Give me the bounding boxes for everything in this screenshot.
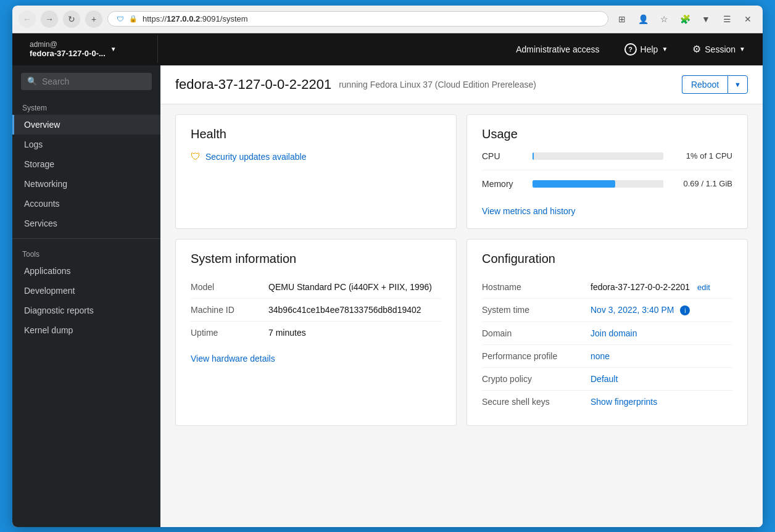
app-header: admin@ fedora-37-127-0-0-... ▼ Administr… — [12, 33, 763, 65]
help-label: Help — [640, 44, 658, 54]
hostname-row: Hostname fedora-37-127-0-0-2-2201 edit — [482, 276, 732, 299]
sidebar-item-services[interactable]: Services — [12, 214, 160, 233]
view-metrics-link[interactable]: View metrics and history — [482, 206, 575, 216]
sidebar-item-label: Storage — [24, 159, 54, 169]
cpu-usage-row: CPU 1% of 1 CPU — [482, 151, 732, 170]
sidebar-item-label: Accounts — [24, 199, 60, 209]
cpu-label: CPU — [482, 151, 525, 161]
sidebar-item-development[interactable]: Development — [12, 281, 160, 301]
hostname-label: fedora-37-127-0-0-... — [30, 49, 106, 58]
system-time-info-icon[interactable]: i — [680, 305, 690, 315]
sidebar-item-label: Kernel dump — [24, 325, 73, 335]
reboot-dropdown-button[interactable]: ▼ — [727, 75, 748, 94]
system-info-card: System information Model QEMU Standard P… — [175, 239, 457, 426]
search-input[interactable] — [42, 77, 146, 86]
extensions2-button[interactable]: 🧩 — [676, 10, 694, 28]
memory-value: 0.69 / 1.1 GiB — [671, 179, 732, 188]
sidebar-item-networking[interactable]: Networking — [12, 174, 160, 194]
cpu-bar-background — [533, 152, 663, 160]
shield-icon: 🛡 — [117, 15, 124, 23]
ssh-row: Secure shell keys Show fingerprints — [482, 391, 732, 413]
machine-id-value: 34b96c41ce1b4ee78133756db8d19402 — [268, 305, 421, 315]
admin-access-button[interactable]: Administrative access — [508, 41, 607, 58]
user-menu[interactable]: admin@ fedora-37-127-0-0-... ▼ — [22, 35, 158, 63]
session-label: Session — [705, 44, 736, 54]
sidebar-item-logs[interactable]: Logs — [12, 135, 160, 154]
crypto-row: Crypto policy Default — [482, 368, 732, 391]
menu-dropdown-button[interactable]: ▼ — [697, 10, 715, 28]
sidebar-item-label: Overview — [24, 120, 60, 130]
help-chevron-icon: ▼ — [661, 46, 668, 52]
memory-bar — [533, 180, 615, 188]
system-time-link[interactable]: Nov 3, 2022, 3:40 PM — [591, 305, 674, 315]
sidebar-item-kernel-dump[interactable]: Kernel dump — [12, 320, 160, 340]
domain-value: Join domain — [591, 328, 732, 338]
new-tab-button[interactable]: + — [85, 10, 102, 28]
hostname-value: fedora-37-127-0-0-2-2201 edit — [591, 282, 732, 292]
lock-icon: 🔒 — [129, 15, 138, 23]
admin-access-label: Administrative access — [516, 44, 599, 54]
memory-bar-background — [533, 180, 663, 188]
sidebar-item-label: Services — [24, 218, 57, 228]
memory-usage-row: Memory 0.69 / 1.1 GiB — [482, 179, 732, 197]
extensions-button[interactable]: ⊞ — [613, 10, 631, 28]
session-chevron-icon: ▼ — [739, 46, 745, 52]
back-button[interactable]: ← — [19, 10, 36, 28]
performance-row: Performance profile none — [482, 345, 732, 368]
system-time-row: System time Nov 3, 2022, 3:40 PM i — [482, 299, 732, 323]
join-domain-link[interactable]: Join domain — [591, 328, 637, 338]
hostname-edit-link[interactable]: edit — [697, 283, 710, 292]
ssh-label: Secure shell keys — [482, 397, 581, 407]
sidebar: 🔍 System Overview Logs Storage — [12, 65, 160, 527]
help-icon: ? — [624, 43, 637, 56]
profile-button[interactable]: 👤 — [634, 10, 652, 28]
sidebar-item-label: Development — [24, 286, 75, 296]
address-bar[interactable]: 🛡 🔒 https://127.0.0.2:9091/system — [107, 11, 608, 27]
system-time-label: System time — [482, 305, 581, 315]
cards-grid: Health 🛡 Security updates available Usag… — [160, 104, 763, 436]
page-title: fedora-37-127-0-0-2-2201 — [175, 77, 331, 93]
search-icon: 🔍 — [27, 77, 37, 86]
model-label: Model — [191, 282, 259, 292]
crypto-link[interactable]: Default — [591, 374, 618, 384]
hamburger-menu-button[interactable]: ☰ — [718, 10, 736, 28]
sidebar-item-storage[interactable]: Storage — [12, 154, 160, 174]
uptime-value: 7 minutes — [268, 328, 306, 338]
cpu-value: 1% of 1 CPU — [671, 151, 732, 160]
sidebar-item-overview[interactable]: Overview — [12, 115, 160, 135]
crypto-value: Default — [591, 374, 732, 384]
security-updates-link[interactable]: Security updates available — [205, 152, 306, 162]
close-button[interactable]: ✕ — [739, 10, 756, 28]
gear-icon: ⚙ — [692, 43, 701, 55]
sidebar-item-accounts[interactable]: Accounts — [12, 194, 160, 214]
user-menu-chevron: ▼ — [110, 46, 117, 52]
session-button[interactable]: ⚙ Session ▼ — [685, 39, 753, 59]
configuration-title: Configuration — [482, 252, 732, 266]
ssh-fingerprints-link[interactable]: Show fingerprints — [591, 397, 657, 407]
usage-card: Usage CPU 1% of 1 CPU Memory — [466, 114, 748, 229]
bookmark-button[interactable]: ☆ — [655, 10, 673, 28]
main-content: fedora-37-127-0-0-2-2201 running Fedora … — [160, 65, 763, 527]
model-row: Model QEMU Standard PC (i440FX + PIIX, 1… — [191, 276, 441, 299]
page-subtitle: running Fedora Linux 37 (Cloud Edition P… — [339, 80, 674, 89]
reload-button[interactable]: ↻ — [63, 10, 80, 28]
view-hardware-link[interactable]: View hardware details — [191, 354, 275, 364]
machine-id-label: Machine ID — [191, 305, 259, 315]
performance-label: Performance profile — [482, 351, 581, 361]
sidebar-item-diagnostic-reports[interactable]: Diagnostic reports — [12, 301, 160, 320]
sidebar-item-applications[interactable]: Applications — [12, 261, 160, 281]
sidebar-item-label: Diagnostic reports — [24, 305, 94, 315]
health-card: Health 🛡 Security updates available — [175, 114, 457, 229]
sidebar-item-label: Logs — [24, 139, 43, 149]
help-button[interactable]: ? Help ▼ — [617, 39, 676, 59]
hostname-label: Hostname — [482, 282, 581, 292]
reboot-button-group: Reboot ▼ — [682, 75, 748, 94]
system-section-label: System — [12, 98, 160, 115]
forward-button[interactable]: → — [41, 10, 58, 28]
reboot-button[interactable]: Reboot — [682, 75, 727, 94]
uptime-row: Uptime 7 minutes — [191, 322, 441, 344]
cpu-bar — [533, 152, 534, 160]
performance-link[interactable]: none — [591, 351, 610, 361]
system-info-title: System information — [191, 252, 441, 266]
performance-value: none — [591, 351, 732, 361]
